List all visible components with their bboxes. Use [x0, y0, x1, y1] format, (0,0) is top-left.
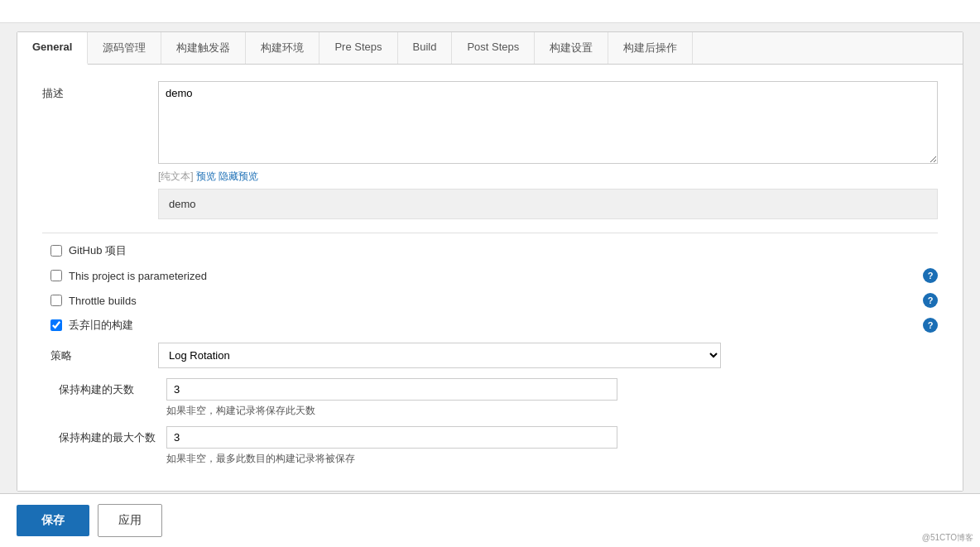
discard-help-icon[interactable]: ? [923, 318, 938, 333]
description-row: 描述 demo [纯文本] 预览 隐藏预览 demo [42, 81, 938, 219]
preview-box: demo [158, 189, 938, 219]
description-label: 描述 [42, 81, 158, 101]
strategy-select[interactable]: Log Rotation Build Rotation [158, 343, 721, 368]
strategy-section: 策略 Log Rotation Build Rotation 保持构建的天数 如… [42, 343, 938, 466]
parameterized-help-icon[interactable]: ? [923, 268, 938, 283]
tab-source[interactable]: 源码管理 [88, 32, 161, 64]
tab-bar: General 源码管理 构建触发器 构建环境 Pre Steps Build … [17, 32, 963, 65]
keep-days-hint: 如果非空，构建记录将保存此天数 [50, 404, 938, 418]
tab-presteps[interactable]: Pre Steps [319, 32, 397, 64]
tab-container: General 源码管理 构建触发器 构建环境 Pre Steps Build … [17, 31, 963, 492]
tab-env[interactable]: 构建环境 [246, 32, 319, 64]
strategy-label: 策略 [50, 348, 158, 363]
hide-preview-link[interactable]: 隐藏预览 [219, 170, 258, 182]
throttle-row: Throttle builds ? [42, 293, 938, 308]
strategy-row: 策略 Log Rotation Build Rotation [50, 343, 938, 368]
github-label: GitHub 项目 [69, 243, 127, 258]
parameterized-checkbox[interactable] [50, 270, 62, 281]
preview-links: [纯文本] 预览 隐藏预览 [158, 170, 938, 184]
keep-days-input[interactable] [166, 378, 617, 401]
parameterized-label: This project is parameterized [69, 270, 207, 282]
github-checkbox[interactable] [50, 245, 62, 257]
tab-poststeps[interactable]: Post Steps [452, 32, 535, 64]
discard-checkbox[interactable] [50, 319, 62, 331]
tab-build[interactable]: Build [398, 32, 453, 64]
plain-text-label: [纯文本] [158, 170, 194, 182]
github-row: GitHub 项目 [42, 243, 938, 258]
description-field: demo [纯文本] 预览 隐藏预览 demo [158, 81, 938, 219]
throttle-checkbox[interactable] [50, 295, 62, 306]
preview-link[interactable]: 预览 [196, 170, 216, 182]
divider-1 [42, 233, 938, 233]
main-content: General 源码管理 构建触发器 构建环境 Pre Steps Build … [0, 23, 980, 500]
throttle-label: Throttle builds [69, 295, 137, 307]
keep-max-hint: 如果非空，最多此数目的构建记录将被保存 [50, 452, 938, 466]
keep-max-label: 保持构建的最大个数 [59, 430, 166, 445]
tab-settings[interactable]: 构建设置 [535, 32, 608, 64]
tab-postbuild[interactable]: 构建后操作 [608, 32, 693, 64]
tab-trigger[interactable]: 构建触发器 [161, 32, 246, 64]
keep-days-label: 保持构建的天数 [59, 382, 166, 397]
tab-content-general: 描述 demo [纯文本] 预览 隐藏预览 demo GitHub 项目 [17, 65, 963, 491]
keep-max-input[interactable] [166, 426, 617, 449]
bottom-bar: 保存 应用 [0, 493, 980, 500]
description-textarea[interactable]: demo [158, 81, 938, 164]
top-bar [0, 0, 980, 23]
discard-label: 丢弃旧的构建 [69, 318, 133, 333]
parameterized-row: This project is parameterized ? [42, 268, 938, 283]
tab-general[interactable]: General [17, 32, 88, 65]
discard-row: 丢弃旧的构建 ? [42, 318, 938, 333]
throttle-help-icon[interactable]: ? [923, 293, 938, 308]
